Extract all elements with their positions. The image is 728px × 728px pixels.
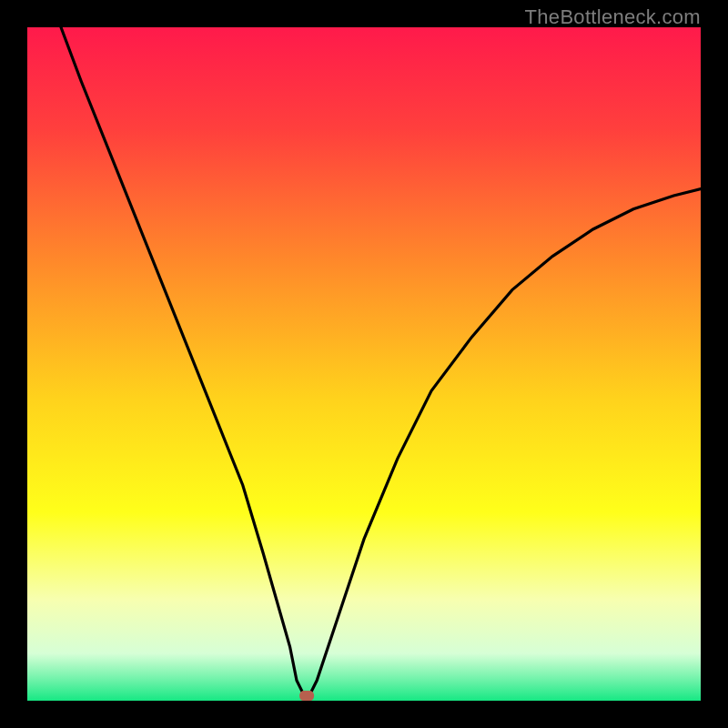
chart-background <box>27 27 701 701</box>
chart-frame <box>27 27 701 701</box>
watermark-text: TheBottleneck.com <box>525 5 701 29</box>
optimum-marker <box>299 691 314 701</box>
bottleneck-chart <box>27 27 701 701</box>
